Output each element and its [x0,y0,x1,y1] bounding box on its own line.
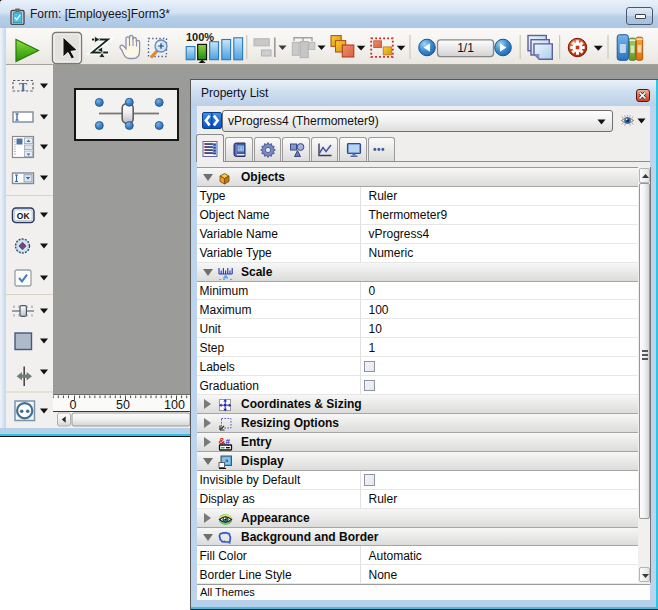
svg-text:-0: -0 [238,147,241,151]
svg-text:50: 50 [116,398,130,411]
svg-text:100%: 100% [186,31,214,43]
svg-text:100: 100 [164,398,185,411]
svg-text:1/1: 1/1 [457,41,474,55]
svg-text:#: # [226,436,231,445]
svg-text:0: 0 [70,398,77,411]
svg-text:OK: OK [17,211,31,221]
svg-text:T: T [19,80,27,94]
